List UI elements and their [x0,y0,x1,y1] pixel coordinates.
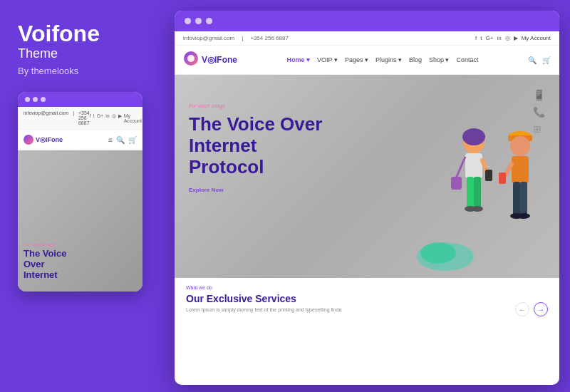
youtube-icon: ▶ [118,113,122,123]
left-panel: Voifone Theme By themelooks infoviop@gma… [0,0,164,392]
desktop-body: infoviop@gmail.com | +354 256 6887 f t G… [175,31,559,385]
grid-icon: ⊞ [533,123,545,135]
youtube-icon: ▶ [514,35,518,41]
account-link[interactable]: My Account [522,35,551,41]
phone-icon: 📱 [533,89,545,100]
nav-item-blog[interactable]: Blog [409,56,422,63]
facebook-icon: f [475,35,477,41]
services-label: What we do [186,285,548,290]
nav-item-shop[interactable]: Shop ▾ [429,56,450,63]
logo-text: V◎IFone [202,55,237,65]
mobile-nav-icons: ≡ 🔍 🛒 [108,136,137,144]
svg-point-17 [510,136,530,156]
facebook-icon: f [90,113,91,123]
nav-item-contact[interactable]: Contact [456,56,478,63]
desktop-services: What we do Our Exclusive Services Lorem … [175,278,559,324]
twitter-icon: t [93,113,95,123]
infobar-right: f t G+ in ◎ ▶ My Account [475,35,551,41]
nav-item-home[interactable]: Home ▾ [287,56,311,63]
svg-point-5 [462,128,485,145]
svg-rect-8 [451,177,462,190]
desktop-dot-2 [195,18,202,24]
mobile-email: infoviop@gmail.com [24,110,68,125]
nav-item-pages[interactable]: Pages ▾ [345,56,368,63]
mobile-account: My Account [124,113,142,123]
infobar-phone: +354 256 6887 [250,35,289,41]
mobile-hero-label: For Voice Image [24,242,66,247]
svg-rect-20 [520,182,527,216]
googleplus-icon: G+ [486,35,494,41]
svg-point-1 [187,55,195,62]
svg-rect-24 [499,172,506,184]
infobar-left: infoviop@gmail.com | +354 256 6887 [183,35,289,41]
mobile-phone: +354 256 6887 [78,110,90,125]
mobile-social-icons: f t G+ in ◎ ▶ My Account [90,113,142,123]
mobile-logo: V◎IFone [24,135,63,145]
svg-point-22 [517,213,530,219]
twitter-icon: t [480,35,482,41]
theme-subtitle: Theme [18,46,146,61]
svg-rect-19 [513,182,520,216]
mobile-dot-1 [25,97,30,102]
mobile-infobar: infoviop@gmail.com | +354 256 6887 f t G… [18,107,142,130]
next-arrow-button[interactable]: → [534,302,548,316]
desktop-navbar: V◎IFone Home ▾ VOIP ▾ Pages ▾ Plugins ▾ … [175,46,559,75]
mobile-dot-3 [41,97,46,102]
mobile-hero: For Voice Image The Voice Over Internet [18,150,142,292]
desktop-dot-1 [185,18,191,24]
theme-title: Voifone [18,21,146,46]
cart-icon[interactable]: 🛒 [542,56,551,64]
svg-point-12 [472,206,483,212]
linkedin-icon: in [497,35,501,41]
mobile-hero-text: For Voice Image The Voice Over Internet [24,242,66,281]
hamburger-icon[interactable]: ≡ [108,136,113,144]
desktop-preview: infoviop@gmail.com | +354 256 6887 f t G… [175,11,559,385]
desktop-titlebar [175,11,559,31]
hero-decorative-icons: 📱 📞 ⊞ [533,89,545,135]
svg-rect-14 [485,170,492,181]
svg-rect-9 [467,177,474,209]
desktop-hero: For Voice Image The Voice Over Internet … [175,75,559,278]
desktop-infobar: infoviop@gmail.com | +354 256 6887 f t G… [175,31,559,46]
hero-label: For Voice Image [189,103,322,108]
instagram-icon: ◎ [112,113,116,123]
hero-title: The Voice Over Internet Protocol [189,114,322,178]
instagram-icon: ◎ [505,35,510,41]
nav-menu: Home ▾ VOIP ▾ Pages ▾ Plugins ▾ Blog Sho… [287,56,479,63]
hero-content: For Voice Image The Voice Over Internet … [189,103,322,193]
hero-cta-button[interactable]: Explore Now [189,187,322,193]
mobile-logo-icon [24,135,33,145]
voip-icon: 📞 [533,106,545,118]
logo-icon [183,51,199,69]
mobile-hero-heading: The Voice Over Internet [24,249,66,281]
prev-arrow-button[interactable]: ← [515,302,529,316]
mobile-preview: infoviop@gmail.com | +354 256 6887 f t G… [18,92,142,292]
google-icon: G+ [97,113,104,123]
svg-line-7 [456,157,465,178]
svg-rect-6 [465,153,482,178]
mobile-nav: V◎IFone ≡ 🔍 🛒 [18,130,142,150]
svg-point-3 [420,242,456,264]
svg-rect-18 [512,156,529,183]
svg-rect-10 [474,177,481,209]
search-icon[interactable]: 🔍 [528,56,537,64]
mobile-dot-2 [33,97,38,102]
desktop-dot-3 [206,18,212,24]
infobar-email: infoviop@gmail.com [183,35,234,41]
nav-item-plugins[interactable]: Plugins ▾ [375,56,402,63]
nav-logo: V◎IFone [183,51,237,69]
nav-actions: 🔍 🛒 [528,56,551,64]
linkedin-icon: in [105,113,109,123]
search-icon[interactable]: 🔍 [116,136,125,144]
mobile-titlebar [18,92,142,107]
theme-by: By themelooks [18,66,146,76]
nav-item-voip[interactable]: VOIP ▾ [317,56,338,63]
cart-icon[interactable]: 🛒 [128,136,137,144]
